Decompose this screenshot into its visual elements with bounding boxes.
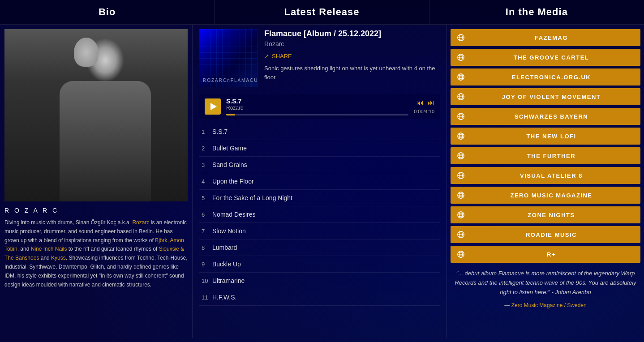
next-track-icon[interactable]: ⏭ bbox=[427, 99, 434, 107]
media-link-joy-violent[interactable]: JOY OF VIOLENT MOVEMENT bbox=[451, 88, 640, 105]
player-artist: Rozarc bbox=[226, 105, 408, 111]
quote-source-prefix: — bbox=[504, 302, 511, 308]
album-info: Flamacue [Album / 25.12.2022] Rozarc ↗ S… bbox=[264, 29, 440, 87]
media-link-label: ZONE NIGHTS bbox=[468, 212, 634, 218]
track-name: H.F.W.S. bbox=[212, 294, 236, 301]
share-icon: ↗ bbox=[264, 53, 269, 60]
media-link-label: VISUAL ATELIER 8 bbox=[468, 172, 634, 179]
album-description: Sonic gestures shedding light on what is… bbox=[264, 64, 440, 81]
kyuss-link[interactable]: Kyuss bbox=[51, 255, 66, 261]
bio-text: Diving into music with drums, Sinan Özgü… bbox=[4, 218, 188, 289]
quote-source-link[interactable]: Zero Music Magazine / Sweden bbox=[511, 302, 587, 308]
play-button[interactable] bbox=[205, 98, 221, 115]
media-link-roadie-music[interactable]: ROADIE MUSIC bbox=[451, 226, 640, 243]
main-grid: R O Z A R C Diving into music with drums… bbox=[0, 25, 644, 338]
globe-icon bbox=[457, 211, 465, 219]
album-title: Flamacue [Album / 25.12.2022] bbox=[264, 29, 440, 38]
track-item[interactable]: 6 Nomad Desires bbox=[199, 206, 440, 223]
track-item[interactable]: 4 Upon the Floor bbox=[199, 173, 440, 190]
track-name: S.S.7 bbox=[212, 128, 228, 135]
player-progress-fill bbox=[226, 114, 235, 115]
track-name: Buckle Up bbox=[212, 261, 241, 268]
track-item[interactable]: 5 For the Sake of a Long Night bbox=[199, 190, 440, 206]
media-link-visual-atelier[interactable]: VISUAL ATELIER 8 bbox=[451, 167, 640, 184]
track-item[interactable]: 10 Ultramarine bbox=[199, 273, 440, 289]
bio-nav[interactable]: Bio bbox=[0, 0, 215, 24]
player: S.S.7 Rozarc ⏮ ⏭ 0:00/4:10 bbox=[199, 94, 440, 119]
prev-track-icon[interactable]: ⏮ bbox=[416, 99, 424, 107]
track-number: 7 bbox=[202, 228, 212, 235]
media-link-label: ZERO MUSIC MAGAZINE bbox=[468, 192, 634, 199]
track-number: 1 bbox=[202, 128, 212, 135]
player-time: 0:00/4:10 bbox=[414, 109, 434, 114]
track-item[interactable]: 2 Bullet Game bbox=[199, 140, 440, 157]
nin-link[interactable]: Nine Inch Nails bbox=[31, 246, 67, 252]
media-link-r-plus[interactable]: R+ bbox=[451, 246, 640, 263]
media-nav[interactable]: In the Media bbox=[429, 0, 644, 24]
album-cover-grid bbox=[199, 29, 258, 87]
globe-icon bbox=[457, 73, 465, 81]
media-label: In the Media bbox=[506, 6, 568, 17]
bio-label: Bio bbox=[99, 6, 116, 17]
media-link-label: THE FURTHER bbox=[468, 153, 634, 159]
header: Bio Latest Release In the Media bbox=[0, 0, 644, 25]
track-name: Lumbard bbox=[212, 244, 237, 251]
track-name: Sand Grains bbox=[212, 161, 247, 168]
globe-icon bbox=[457, 171, 465, 180]
track-number: 3 bbox=[202, 162, 212, 168]
media-link-further[interactable]: THE FURTHER bbox=[451, 147, 640, 164]
bio-text-5: to the riff and guitar leaned rhymes of bbox=[67, 246, 159, 252]
track-item[interactable]: 7 Slow Notion bbox=[199, 223, 440, 239]
track-item[interactable]: 11 H.F.W.S. bbox=[199, 289, 440, 306]
globe-icon bbox=[457, 191, 465, 199]
track-number: 8 bbox=[202, 244, 212, 251]
media-link-label: R+ bbox=[468, 251, 634, 258]
globe-icon bbox=[457, 34, 465, 42]
media-link-label: FAZEMAG bbox=[468, 34, 634, 41]
media-link-label: ELECTRONICA.ORG.UK bbox=[468, 74, 634, 81]
share-button[interactable]: ↗ SHARE bbox=[264, 53, 292, 60]
player-progress-bar[interactable] bbox=[226, 114, 408, 115]
media-link-label: ROADIE MUSIC bbox=[468, 231, 634, 238]
album-header: Flamacue [Album / 25.12.2022] Rozarc ↗ S… bbox=[199, 29, 440, 87]
media-link-new-lofi[interactable]: THE NEW LOFI bbox=[451, 128, 640, 145]
share-label: SHARE bbox=[272, 53, 292, 60]
quote-section: "... debut album Flamacue is more remini… bbox=[451, 269, 640, 308]
media-link-fazemag[interactable]: FAZEMAG bbox=[451, 29, 640, 46]
bio-text-4: , and bbox=[17, 246, 31, 252]
quote-text: "... debut album Flamacue is more remini… bbox=[453, 269, 638, 297]
play-icon bbox=[210, 103, 217, 110]
player-nav: ⏮ ⏭ bbox=[416, 99, 434, 107]
player-info: S.S.7 Rozarc bbox=[226, 98, 408, 115]
track-name: Slow Notion bbox=[212, 227, 246, 235]
media-column: FAZEMAG THE GROOVE CARTEL ELECTRONICA.OR… bbox=[447, 25, 644, 338]
album-artist: Rozarc bbox=[264, 40, 440, 47]
globe-icon bbox=[457, 132, 465, 140]
track-item[interactable]: 3 Sand Grains bbox=[199, 157, 440, 173]
media-link-label: JOY OF VIOLENT MOVEMENT bbox=[468, 94, 634, 100]
track-name: Nomad Desires bbox=[212, 211, 255, 218]
bio-photo bbox=[4, 29, 188, 201]
track-name: For the Sake of a Long Night bbox=[212, 194, 292, 201]
media-link-groove-cartel[interactable]: THE GROOVE CARTEL bbox=[451, 49, 640, 66]
media-link-electronica[interactable]: ELECTRONICA.ORG.UK bbox=[451, 68, 640, 86]
release-nav[interactable]: Latest Release bbox=[215, 0, 429, 24]
bjork-link[interactable]: Björk bbox=[155, 237, 167, 244]
track-number: 11 bbox=[202, 294, 212, 301]
bio-name: R O Z A R C bbox=[4, 207, 188, 214]
media-link-label: SCHWARZES BAYERN bbox=[468, 113, 634, 120]
track-number: 10 bbox=[202, 278, 212, 284]
media-link-schwarzes[interactable]: SCHWARZES BAYERN bbox=[451, 108, 640, 125]
album-cover bbox=[199, 29, 258, 87]
track-number: 5 bbox=[202, 195, 212, 201]
bio-photo-inner bbox=[4, 29, 188, 201]
track-item[interactable]: 9 Buckle Up bbox=[199, 256, 440, 273]
track-name: Ultramarine bbox=[212, 277, 245, 284]
media-link-zero-music[interactable]: ZERO MUSIC MAGAZINE bbox=[451, 187, 640, 204]
media-link-zone-nights[interactable]: ZONE NIGHTS bbox=[451, 206, 640, 223]
track-item[interactable]: 8 Lumbard bbox=[199, 239, 440, 256]
rozarc-link[interactable]: Rozarc bbox=[132, 219, 149, 226]
globe-icon bbox=[457, 53, 465, 61]
track-item[interactable]: 1 S.S.7 bbox=[199, 124, 440, 140]
globe-icon bbox=[457, 112, 465, 120]
